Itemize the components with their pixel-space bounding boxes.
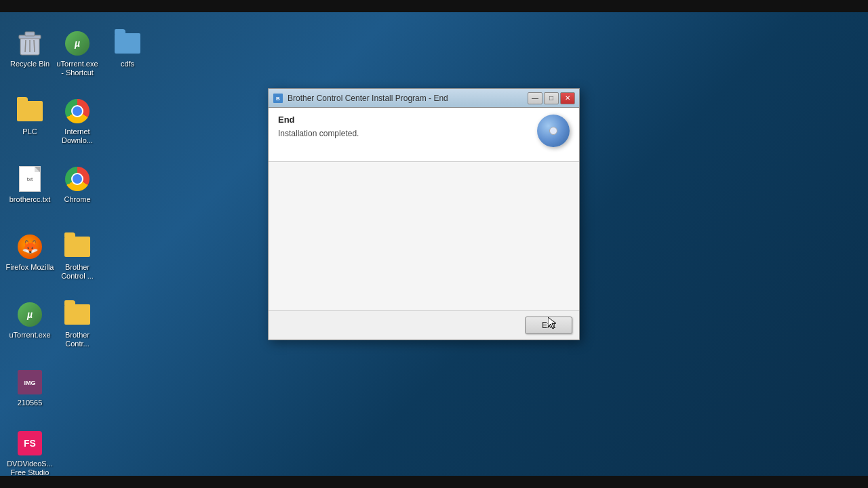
minimize-button[interactable]: —: [528, 92, 542, 104]
brothercc-shape: txt: [19, 166, 41, 192]
utorrent2-label: uTorrent.exe: [9, 331, 50, 340]
restore-button[interactable]: □: [544, 92, 559, 104]
install-dialog: B Brother Control Center Install Program…: [268, 88, 580, 340]
dvd-label: DVDVideoS... Free Studio: [5, 460, 54, 477]
dialog-header: End Installation completed.: [269, 108, 579, 162]
svg-text:B: B: [276, 96, 280, 102]
number-shape: IMG: [18, 370, 42, 394]
internet-label: Internet Downlo...: [53, 127, 102, 145]
recycle-bin-label: Recycle Bin: [10, 60, 50, 68]
plc-label: PLC: [22, 127, 37, 136]
chrome-shape: [65, 167, 90, 191]
svg-text:IMG: IMG: [24, 380, 36, 386]
number-icon[interactable]: IMG 210565: [3, 365, 57, 411]
svg-line-5: [34, 40, 35, 52]
bottom-bar: [0, 476, 868, 488]
brother-control-label: Brother Control ...: [53, 263, 102, 281]
dialog-footer: Exit: [269, 311, 579, 340]
plc-folder-icon[interactable]: PLC: [3, 94, 57, 140]
exit-button[interactable]: Exit: [525, 317, 572, 334]
dialog-end-title: End: [278, 115, 537, 125]
utorrent-shape: µ: [65, 31, 90, 56]
svg-line-3: [25, 40, 26, 52]
cdfs-folder-icon[interactable]: cdfs: [100, 26, 155, 73]
close-button[interactable]: ✕: [560, 92, 575, 104]
top-bar: [0, 0, 868, 12]
desktop: Recycle Bin µ uTorrent.exe - Shortcut cd…: [0, 12, 136, 476]
utorrent-label: uTorrent.exe - Shortcut: [56, 60, 98, 77]
dialog-header-text: End Installation completed.: [278, 115, 537, 138]
dialog-body: [269, 162, 579, 311]
firefox-shape: 🦊: [18, 235, 42, 259]
svg-rect-2: [25, 32, 35, 36]
dialog-titlebar: B Brother Control Center Install Program…: [269, 89, 579, 108]
firefox-icon[interactable]: 🦊 Firefox Mozilla: [3, 229, 57, 276]
chrome-desktop-icon[interactable]: Chrome: [50, 161, 104, 208]
plc-folder-shape: [17, 101, 43, 121]
brothercc-icon[interactable]: txt brothercc.txt: [3, 161, 57, 208]
dialog-app-icon: B: [273, 93, 283, 104]
brother-control-icon[interactable]: Brother Control ...: [50, 229, 104, 285]
number-label: 210565: [18, 399, 43, 407]
brother-control-shape: [64, 237, 90, 257]
dvd-free-studio-icon[interactable]: FS DVDVideoS... Free Studio: [3, 426, 57, 481]
cdfs-folder-shape: [115, 33, 140, 54]
recycle-bin-icon[interactable]: Recycle Bin: [3, 26, 57, 73]
titlebar-buttons: — □ ✕: [528, 92, 575, 104]
chrome-label: Chrome: [64, 195, 90, 204]
firefox-label: Firefox Mozilla: [6, 263, 54, 272]
cd-disc-icon: [537, 115, 570, 147]
brother-contr-label: Brother Contr...: [53, 331, 102, 348]
dvd-shape: FS: [18, 431, 42, 455]
dialog-installation-status: Installation completed.: [278, 129, 537, 138]
brothercc-label: brothercc.txt: [9, 195, 51, 204]
recycle-bin-svg: [18, 30, 42, 56]
utorrent-icon[interactable]: µ uTorrent.exe - Shortcut: [50, 26, 104, 81]
utorrent2-shape: µ: [18, 302, 42, 327]
internet-downloader-icon[interactable]: Internet Downlo...: [50, 94, 104, 149]
dialog-title: Brother Control Center Install Program -…: [288, 94, 528, 103]
brother-contr-shape: [64, 304, 90, 325]
brother-contr-icon[interactable]: Brother Contr...: [50, 297, 104, 352]
internet-shape: [65, 99, 90, 123]
cdfs-label: cdfs: [121, 60, 134, 68]
utorrent2-icon[interactable]: µ uTorrent.exe: [3, 297, 57, 344]
